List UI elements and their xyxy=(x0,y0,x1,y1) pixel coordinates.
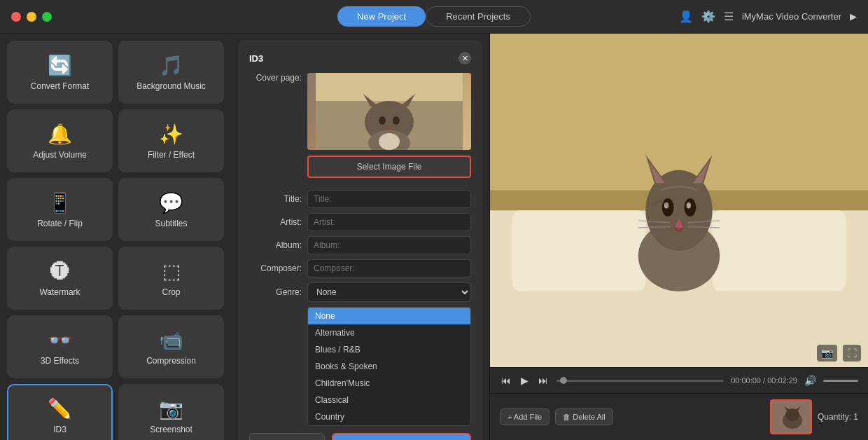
id3-dialog: ID3 ✕ Cover page: xyxy=(238,41,482,440)
sidebar-item-convert-format[interactable]: 🔄 Convert Format xyxy=(7,41,113,104)
svg-point-11 xyxy=(379,133,400,150)
sidebar-item-subtitles[interactable]: 💬 Subtitles xyxy=(118,178,224,241)
skip-back-button[interactable]: ⏮ xyxy=(500,373,512,387)
sidebar-item-3d-effects[interactable]: 👓 3D Effects xyxy=(7,315,113,378)
delete-all-button[interactable]: 🗑 Delete All xyxy=(555,408,613,425)
cover-page-row: Cover page: xyxy=(249,73,471,185)
genre-dropdown-list: None Alternative Blues / R&B Books & Spo… xyxy=(307,307,471,426)
watermark-icon: 🅣 xyxy=(50,260,70,283)
genre-option-children[interactable]: Children'Music xyxy=(308,375,470,392)
filter-effect-icon: ✨ xyxy=(159,123,183,146)
genre-option-books[interactable]: Books & Spoken xyxy=(308,358,470,375)
album-input[interactable] xyxy=(307,236,471,254)
minimize-button[interactable] xyxy=(27,12,36,22)
svg-rect-17 xyxy=(713,210,846,291)
sidebar-item-filter-effect[interactable]: ✨ Filter / Effect xyxy=(118,109,224,172)
genre-label: Genre: xyxy=(249,287,302,297)
camera-icon[interactable]: 📷 xyxy=(817,345,837,362)
sidebar-item-crop[interactable]: ⬚ Crop xyxy=(118,247,224,310)
settings-icon[interactable]: ⚙️ xyxy=(701,10,715,23)
titlebar-right: 👤 ⚙️ ☰ iMyMac Video Converter ▶ xyxy=(679,10,857,23)
sidebar-item-label: Crop xyxy=(162,287,180,297)
sidebar-item-background-music[interactable]: 🎵 Background Music xyxy=(118,41,224,104)
volume-bar[interactable] xyxy=(823,380,858,382)
maximize-button[interactable] xyxy=(42,12,52,22)
dialog-close-button[interactable]: ✕ xyxy=(458,52,471,64)
crop-icon: ⬚ xyxy=(162,260,181,283)
play-button[interactable]: ▶ xyxy=(519,373,530,387)
dialog-footer: Reset Save xyxy=(249,433,471,440)
sidebar-item-label: Subtitles xyxy=(155,219,187,228)
genre-option-none[interactable]: None xyxy=(308,308,470,324)
volume-icon[interactable]: 🔊 xyxy=(804,375,816,386)
video-background xyxy=(490,34,868,367)
select-image-button[interactable]: Select Image File xyxy=(307,156,471,178)
fullscreen-icon[interactable]: ⛶ xyxy=(843,345,861,362)
sidebar-item-label: Rotate / Flip xyxy=(37,219,83,228)
genre-select[interactable]: None Alternative Blues / R&B Books & Spo… xyxy=(307,282,471,302)
artist-input[interactable] xyxy=(307,213,471,231)
tab-new-project[interactable]: New Project xyxy=(337,6,426,27)
genre-row: Genre: None Alternative Blues / R&B Book… xyxy=(249,282,471,302)
sidebar-item-label: Compression xyxy=(146,356,196,366)
reset-button[interactable]: Reset xyxy=(249,433,325,440)
close-button[interactable] xyxy=(11,12,21,22)
sidebar-item-label: Background Music xyxy=(136,81,206,91)
time-total: 00:02:29 xyxy=(767,376,797,385)
app-name: iMyMac Video Converter xyxy=(742,11,841,22)
video-thumbnail[interactable] xyxy=(770,399,812,434)
skip-forward-button[interactable]: ⏭ xyxy=(537,373,550,387)
video-preview: 📷 ⛶ xyxy=(490,34,868,367)
sidebar: 🔄 Convert Format 🎵 Background Music 🔔 Ad… xyxy=(0,34,231,440)
tab-recent-projects[interactable]: Recent Projects xyxy=(426,6,531,27)
composer-row: Composer: xyxy=(249,259,471,277)
cover-page-label: Cover page: xyxy=(249,73,302,83)
add-file-button[interactable]: + Add File xyxy=(500,408,550,425)
video-actions: + Add File 🗑 Delete All xyxy=(500,408,613,425)
genre-option-alternative[interactable]: Alternative xyxy=(308,324,470,341)
cover-image-preview xyxy=(307,73,471,150)
svg-point-27 xyxy=(687,202,691,209)
composer-input[interactable] xyxy=(307,259,471,277)
quantity-label: Quantity: 1 xyxy=(818,412,858,422)
user-icon[interactable]: 👤 xyxy=(679,10,693,23)
sidebar-item-label: Watermark xyxy=(39,287,80,297)
thumbnail-strip: Quantity: 1 xyxy=(770,399,858,434)
sidebar-item-screenshot[interactable]: 📷 Screenshot xyxy=(118,384,224,440)
titlebar: New Project Recent Projects 👤 ⚙️ ☰ iMyMa… xyxy=(0,0,868,34)
sidebar-item-label: Screenshot xyxy=(150,425,192,434)
time-display: 00:00:00 / 00:02:29 xyxy=(731,376,797,385)
genre-option-classical[interactable]: Classical xyxy=(308,392,470,408)
title-label: Title: xyxy=(249,194,302,204)
genre-option-country[interactable]: Country xyxy=(308,408,470,425)
artist-row: Artist: xyxy=(249,213,471,231)
convert-format-icon: 🔄 xyxy=(48,54,72,77)
compression-icon: 📹 xyxy=(159,329,183,352)
menu-icon[interactable]: ☰ xyxy=(724,10,734,23)
traffic-lights xyxy=(11,12,52,22)
app-icon: ▶ xyxy=(850,11,857,22)
progress-bar[interactable] xyxy=(556,380,724,382)
save-button[interactable]: Save xyxy=(332,433,471,440)
sidebar-item-watermark[interactable]: 🅣 Watermark xyxy=(7,247,113,310)
sidebar-item-label: Filter / Effect xyxy=(148,150,195,160)
sidebar-item-compression[interactable]: 📹 Compression xyxy=(118,315,224,378)
svg-rect-1 xyxy=(316,73,463,101)
svg-point-7 xyxy=(379,116,386,125)
subtitles-icon: 💬 xyxy=(159,191,183,214)
sidebar-item-adjust-volume[interactable]: 🔔 Adjust Volume xyxy=(7,109,113,172)
title-input[interactable] xyxy=(307,190,471,208)
album-label: Album: xyxy=(249,240,302,250)
genre-option-blues[interactable]: Blues / R&B xyxy=(308,341,470,358)
dialog-header: ID3 ✕ xyxy=(249,52,471,64)
progress-dot xyxy=(560,377,567,384)
sidebar-item-id3[interactable]: ✏️ ID3 xyxy=(7,384,113,440)
3d-effects-icon: 👓 xyxy=(48,329,72,352)
video-bottom: + Add File 🗑 Delete All Quantity: 1 xyxy=(490,393,868,440)
dialog-title: ID3 xyxy=(249,53,263,64)
svg-point-8 xyxy=(393,116,400,125)
video-overlay-icons: 📷 ⛶ xyxy=(817,345,861,362)
sidebar-item-label: Adjust Volume xyxy=(33,150,87,160)
sidebar-item-rotate-flip[interactable]: 📱 Rotate / Flip xyxy=(7,178,113,241)
rotate-flip-icon: 📱 xyxy=(48,191,72,214)
